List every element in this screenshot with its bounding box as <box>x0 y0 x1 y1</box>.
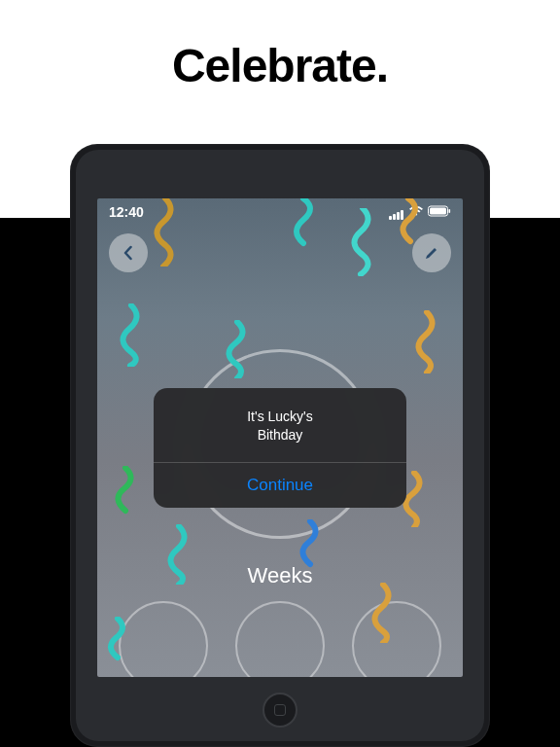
streamer-icon <box>112 466 139 519</box>
chevron-left-icon <box>120 244 137 262</box>
continue-button[interactable]: Continue <box>154 463 406 508</box>
secondary-circle <box>119 601 208 677</box>
alert-line2: Bithday <box>169 426 391 445</box>
svg-rect-1 <box>430 208 446 215</box>
ipad-frame: 12:40 <box>70 144 490 747</box>
birthday-alert: It's Lucky's Bithday Continue <box>154 388 406 508</box>
status-bar: 12:40 <box>97 198 463 226</box>
svg-rect-2 <box>449 209 451 213</box>
alert-message: It's Lucky's Bithday <box>154 388 406 462</box>
edit-button[interactable] <box>412 233 451 272</box>
wifi-icon <box>408 204 424 220</box>
pencil-icon <box>423 244 440 262</box>
secondary-circles-row <box>97 601 463 677</box>
home-button[interactable] <box>262 693 298 728</box>
secondary-circle <box>352 601 441 677</box>
cellular-icon <box>389 204 404 220</box>
promo-headline: Celebrate. <box>0 39 560 92</box>
battery-icon <box>428 204 451 220</box>
app-store-promo: Celebrate. 12:40 <box>0 0 560 747</box>
streamer-icon <box>413 310 440 374</box>
secondary-circle <box>235 601 325 677</box>
app-screen: 12:40 <box>97 198 463 677</box>
home-button-icon <box>274 704 286 716</box>
status-time: 12:40 <box>109 204 144 220</box>
streamer-icon <box>117 303 146 367</box>
status-indicators <box>389 204 451 220</box>
alert-line1: It's Lucky's <box>169 408 391 426</box>
weeks-label: Weeks <box>97 563 463 588</box>
back-button[interactable] <box>109 233 148 272</box>
